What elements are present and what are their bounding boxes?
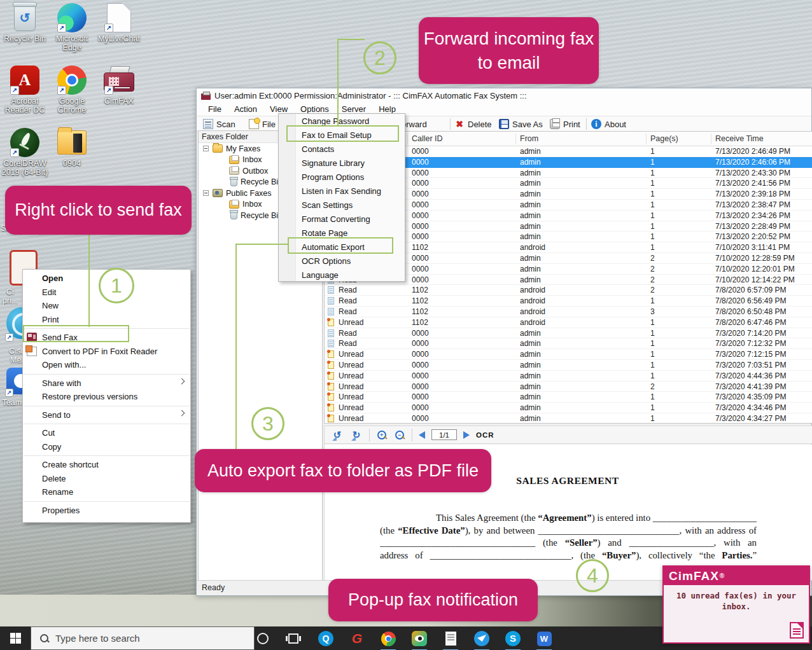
fax-row[interactable]: Read1102android17/8/2020 6:56:49 PM xyxy=(325,296,812,307)
fax-notification-popup[interactable]: CimFAX® 10 unread fax(es) in your inbox. xyxy=(662,565,810,644)
taskbar-search[interactable]: Type here to search xyxy=(31,626,255,650)
fax-row[interactable]: Read0000admin17/3/2020 7:12:32 PM xyxy=(325,338,812,349)
desktop-icon-cimfax[interactable]: CimFAX xyxy=(95,65,143,127)
q-app-button[interactable]: Q xyxy=(317,630,335,647)
context-menu-item-copy[interactable]: Copy xyxy=(23,440,190,454)
g-app-button[interactable]: G xyxy=(348,630,366,647)
toolbar-button-delete[interactable]: Delete xyxy=(454,118,492,130)
column-header-caller-id[interactable]: Caller ID xyxy=(412,134,443,143)
fax-row[interactable]: Read1102android27/8/2020 6:57:09 PM xyxy=(325,285,812,296)
rotate-left-icon[interactable] xyxy=(331,429,344,441)
server-menu-item-format-converting[interactable]: Format Converting xyxy=(279,212,405,226)
q-app-icon: Q xyxy=(318,631,333,646)
context-menu-item-open-with-[interactable]: Open with... xyxy=(23,358,190,372)
cell-receive-time: 7/10/2020 12:14:22 PM xyxy=(715,275,795,284)
fax-row[interactable]: Read0000admin17/3/2020 7:14:20 PM xyxy=(325,328,812,339)
dingtalk-button[interactable] xyxy=(473,630,491,647)
cell-pages: 2 xyxy=(650,286,655,294)
toolbar-button-save-as[interactable]: Save As xyxy=(499,118,543,130)
zoom-in-icon[interactable] xyxy=(376,429,388,441)
menu-action[interactable]: Action xyxy=(228,103,263,116)
fax-row[interactable]: Unread0000admin17/3/2020 4:44:36 PM xyxy=(325,371,812,382)
cortana-button[interactable] xyxy=(254,630,272,647)
previous-page-icon[interactable] xyxy=(419,431,425,439)
context-menu-item-create-shortcut[interactable]: Create shortcut xyxy=(23,458,190,472)
context-menu-item-delete[interactable]: Delete xyxy=(23,472,190,486)
server-menu-item-listen-in-fax-sending[interactable]: Listen in Fax Sending xyxy=(279,184,405,198)
tree-item-label: Public Faxes xyxy=(226,189,272,198)
menu-separator xyxy=(24,424,190,424)
desktop-icon-coreldraw-2019-64-bit-[interactable]: CorelDRAW 2019 (64-Bit) xyxy=(1,127,48,190)
fax-row[interactable]: Unread0000admin17/3/2020 7:03:51 PM xyxy=(325,360,812,371)
start-button[interactable] xyxy=(0,626,31,650)
fax-row[interactable]: Unread1102android17/8/2020 6:47:46 PM xyxy=(325,317,812,328)
toolbar-button-scan[interactable]: Scan xyxy=(203,118,235,130)
fax-row[interactable]: Read1102android37/8/2020 6:50:48 PM xyxy=(325,307,812,317)
context-menu-item-properties[interactable]: Properties xyxy=(23,504,190,518)
collapse-expander-icon[interactable] xyxy=(203,146,209,151)
desktop-icon-google-chrome[interactable]: Google Chrome xyxy=(48,65,95,127)
unread-fax-icon xyxy=(328,404,334,411)
context-menu-item-rename[interactable]: Rename xyxy=(23,485,190,499)
server-menu-item-signature-library[interactable]: Signature Library xyxy=(279,156,405,170)
context-menu-item-cut[interactable]: Cut xyxy=(23,426,190,440)
server-menu-item-program-options[interactable]: Program Options xyxy=(279,170,405,184)
collapse-expander-icon[interactable] xyxy=(203,190,209,196)
page-number-box[interactable]: 1/1 xyxy=(431,429,457,440)
desktop-icon-0904[interactable]: 0904 xyxy=(48,127,95,190)
toolbar-button-about[interactable]: About xyxy=(591,118,626,130)
server-menu-item-contacts[interactable]: Contacts xyxy=(279,142,405,156)
context-menu-item-share-with[interactable]: Share with xyxy=(23,377,190,391)
desktop-icon-acrobat-reader-dc[interactable]: Acrobat Reader DC xyxy=(1,65,48,127)
cell-receive-time: 7/3/2020 7:03:51 PM xyxy=(715,361,786,370)
cell-pages: 2 xyxy=(650,275,655,284)
context-menu-item-restore-previous-versions[interactable]: Restore previous versions xyxy=(23,390,190,404)
fax-row[interactable]: Unread0000admin17/3/2020 7:12:15 PM xyxy=(325,349,812,360)
notepad-button[interactable] xyxy=(442,630,459,647)
doc-icon xyxy=(104,3,134,33)
file-icon xyxy=(249,119,259,129)
window-titlebar[interactable]: User:admin Ext:0000 Permission:Administr… xyxy=(197,88,811,103)
rotate-right-icon[interactable] xyxy=(350,429,363,441)
chrome-taskbar-button[interactable] xyxy=(379,630,397,647)
cell-from: admin xyxy=(520,382,541,391)
desktop-icon-label: CimFAX xyxy=(104,97,134,106)
ocr-button[interactable]: OCR xyxy=(476,431,494,439)
toolbar-label: Print xyxy=(563,120,580,129)
desktop-icon-microsoft-edge[interactable]: Microsoft Edge xyxy=(48,3,95,65)
fax-row[interactable]: Unread0000admin27/3/2020 4:41:39 PM xyxy=(325,382,812,392)
menu-file[interactable]: File xyxy=(202,103,228,116)
cell-receive-time: 7/8/2020 6:50:48 PM xyxy=(715,307,786,316)
context-menu-item-new[interactable]: New xyxy=(23,299,190,313)
fax-row[interactable]: Unread0000admin17/3/2020 4:34:46 PM xyxy=(325,403,812,413)
outbox-icon xyxy=(229,167,239,175)
print-icon xyxy=(550,119,560,129)
context-menu-item-send-to[interactable]: Send to xyxy=(23,408,190,422)
desktop-icon-mylivechat[interactable]: MyLiveChat xyxy=(95,3,143,65)
toolbar-button-print[interactable]: Print xyxy=(550,118,580,130)
desktop-icon-label: Google Chrome xyxy=(48,97,95,114)
column-header-from[interactable]: From xyxy=(520,134,538,143)
cell-from: admin xyxy=(520,371,541,380)
task-view-icon xyxy=(288,633,298,644)
column-header-pages[interactable]: Page(s) xyxy=(650,134,678,143)
column-header-receive-time[interactable]: Receive Time xyxy=(715,134,764,143)
server-menu-item-language[interactable]: Language xyxy=(279,268,405,282)
document-line: _________________________________ (the “… xyxy=(380,537,757,550)
context-menu-item-convert-to-pdf-in-foxit-reader[interactable]: Convert to PDF in Foxit Reader xyxy=(23,345,190,359)
zoom-out-icon[interactable] xyxy=(394,429,405,441)
wps-button[interactable]: W xyxy=(535,630,553,647)
desktop-icon-recycle-bin[interactable]: Recycle Bin xyxy=(1,3,48,65)
cell-status: Read xyxy=(339,307,357,316)
fax-row[interactable]: Unread0000admin17/3/2020 4:34:27 PM xyxy=(325,413,812,424)
server-menu-item-scan-settings[interactable]: Scan Settings xyxy=(279,198,405,212)
toolbar-button-file[interactable]: File xyxy=(249,118,276,130)
media-app-button[interactable] xyxy=(410,630,428,647)
task-view-button[interactable] xyxy=(284,630,302,647)
cell-pages: 1 xyxy=(650,403,655,412)
fax-row[interactable]: Unread0000admin17/3/2020 4:35:09 PM xyxy=(325,392,812,403)
skype-button[interactable]: S xyxy=(504,630,522,647)
server-menu-item-ocr-options[interactable]: OCR Options xyxy=(279,254,405,268)
next-page-icon[interactable] xyxy=(463,431,470,439)
context-menu-item-print[interactable]: Print xyxy=(23,313,190,327)
